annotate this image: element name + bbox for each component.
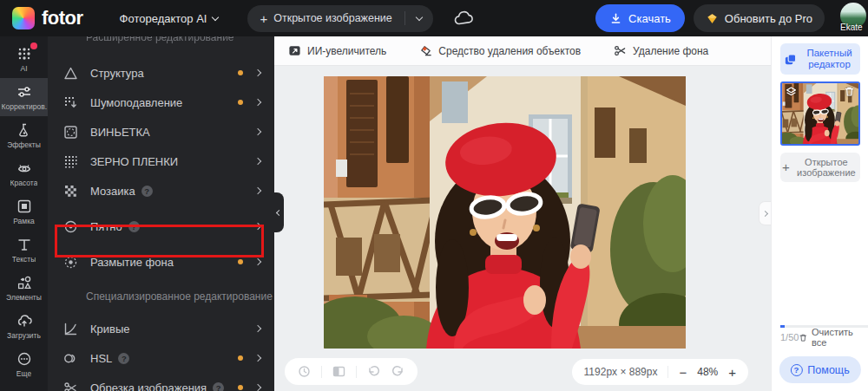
object-remover-eraser-icon (419, 44, 432, 57)
plus-icon: + (260, 12, 267, 25)
tab-label: ИИ-увеличитель (307, 45, 386, 57)
effects-flask-icon (16, 122, 32, 138)
menu-item-curves[interactable]: Кривые (48, 314, 274, 343)
open-image-button[interactable]: + Открытое изображение (247, 5, 404, 32)
batch-editor-label: Пакетный редактор (802, 48, 857, 70)
menu-list: Структура Шумоподавление (48, 46, 274, 391)
batch-counter: 1/50 (780, 332, 799, 342)
menu-item-vignette[interactable]: ВИНЬЕТКА (48, 117, 274, 147)
menu-item-blemish[interactable]: Пятно ? (48, 212, 274, 241)
user-account[interactable]: Ekate (833, 0, 868, 36)
chevron-right-icon (254, 69, 261, 76)
pro-dot (238, 385, 243, 390)
open-image-panel-button[interactable]: + Открытое изображение (780, 153, 860, 182)
rail-item-upload[interactable]: Загрузить (0, 307, 48, 345)
zoom-in-button[interactable]: + (728, 366, 736, 379)
undo-icon[interactable] (366, 364, 381, 379)
tab-background-remover[interactable]: Удаление фона (614, 44, 708, 57)
section-advanced-editing: Расширенное редактирование (48, 36, 274, 46)
trash-icon[interactable] (844, 86, 855, 97)
pro-dot (238, 259, 243, 264)
menu-item-hsl[interactable]: HSL ? (48, 343, 274, 373)
tab-label: Средство удаления объектов (438, 45, 581, 57)
chevron-right-icon (254, 128, 261, 135)
upload-cloud-icon (16, 313, 32, 329)
notification-dot (30, 42, 37, 49)
hsl-icon (63, 351, 78, 366)
topbar: fotor Фоторедактор AI + Открытое изображ… (0, 0, 868, 36)
download-icon (609, 12, 622, 25)
rail-item-beauty[interactable]: Красота (0, 154, 48, 192)
ai-tools-tabbar: ИИ-увеличитель Средство удаления объекто… (274, 36, 771, 66)
image-thumbnail[interactable] (780, 81, 860, 146)
editor-mode-menu[interactable]: Фоторедактор AI (120, 12, 219, 25)
frame-icon (16, 199, 32, 214)
divider (667, 366, 668, 378)
zoom-level: 48% (697, 366, 718, 378)
collapse-left-panel-handle[interactable] (274, 192, 284, 232)
help-icon[interactable]: ? (213, 382, 224, 391)
rail-item-elements[interactable]: Элементы (0, 269, 48, 307)
batch-panel: Пакетный редактор + Открытое изображение (771, 36, 868, 391)
menu-item-structure[interactable]: Структура (48, 58, 274, 88)
help-button[interactable]: ? Помощь (779, 356, 860, 383)
layers-icon[interactable] (786, 86, 797, 97)
divider (356, 366, 357, 378)
chevron-right-icon (254, 258, 261, 265)
chevron-right-icon (254, 99, 261, 106)
rail-item-adjust[interactable]: Корректиров... (0, 78, 48, 116)
rail-item-ai[interactable]: AI (0, 40, 48, 78)
adjust-sliders-icon (16, 84, 32, 100)
canvas-stage: 1192px × 889px − 48% + (274, 66, 771, 391)
rail-item-more[interactable]: Еще (0, 345, 48, 383)
rail-item-frame[interactable]: Рамка (0, 192, 48, 231)
menu-item-mosaic[interactable]: Мозаика ? (48, 176, 274, 205)
tool-rail: AI Корректиров... Эффекты (0, 36, 48, 391)
collapse-right-panel-handle[interactable] (759, 201, 771, 225)
chevron-right-icon (254, 187, 261, 194)
zoom-toolbar: 1192px × 889px − 48% + (572, 359, 748, 385)
history-icon[interactable] (297, 364, 312, 379)
help-icon[interactable]: ? (118, 353, 129, 364)
cloud-icon (454, 10, 475, 26)
editor-mode-label: Фоторедактор AI (120, 12, 207, 25)
menu-item-crop[interactable]: Обрезка изображения ? (48, 373, 274, 391)
curves-icon (63, 322, 78, 336)
fotor-logo[interactable]: fotor (12, 7, 83, 29)
adjust-menu-panel: Расширенное редактирование Структура (48, 36, 274, 391)
image-size-label: 1192px × 889px (584, 366, 658, 378)
batch-editor-button[interactable]: Пакетный редактор (780, 43, 860, 75)
rail-item-text[interactable]: Тексты (0, 231, 48, 269)
tab-ai-enlarger[interactable]: ИИ-увеличитель (288, 44, 386, 57)
compare-icon[interactable] (332, 364, 346, 379)
menu-item-film-grain[interactable]: ЗЕРНО ПЛЕНКИ (48, 147, 274, 176)
chevron-left-icon (276, 209, 282, 215)
cloud-sync-button[interactable] (454, 10, 475, 26)
menu-item-denoise[interactable]: Шумоподавление (48, 88, 274, 117)
redo-icon[interactable] (391, 364, 405, 379)
elements-shapes-icon (16, 275, 32, 290)
edited-photo[interactable] (324, 76, 686, 349)
rail-item-effects[interactable]: Эффекты (0, 116, 48, 154)
background-blur-icon (63, 255, 78, 270)
chevron-down-icon (212, 13, 219, 20)
history-toolbar (285, 358, 418, 385)
help-icon[interactable]: ? (141, 186, 153, 197)
section-specialized-editing: Специализированное редактирование (48, 285, 274, 308)
clear-all-button[interactable]: Очистить все (799, 327, 864, 348)
help-icon: ? (790, 364, 802, 376)
tab-object-remover[interactable]: Средство удаления объектов (419, 44, 581, 57)
help-icon[interactable]: ? (128, 221, 140, 232)
pro-gem-icon (706, 12, 719, 25)
open-image-label: Открытое изображение (273, 12, 392, 24)
pro-dot (238, 70, 243, 75)
upgrade-pro-button[interactable]: Обновить до Pro (694, 4, 825, 32)
zoom-out-button[interactable]: − (679, 366, 687, 379)
chevron-right-icon (254, 158, 261, 165)
more-icon (16, 351, 32, 367)
batch-counter-row: 1/50 Очистить все (780, 327, 864, 348)
open-image-dropdown[interactable] (405, 5, 433, 32)
download-button[interactable]: Скачать (595, 4, 685, 32)
background-remover-scissors-icon (614, 44, 627, 57)
menu-item-background-blur[interactable]: Размытие фона (48, 247, 274, 277)
